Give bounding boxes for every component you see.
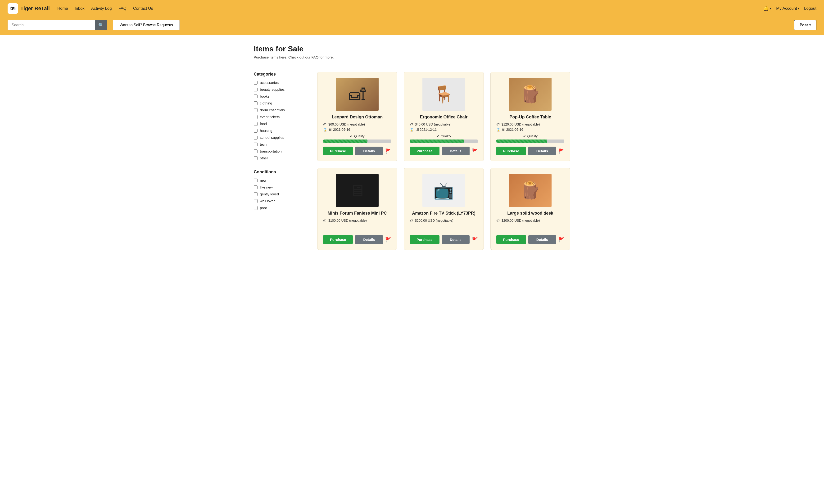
category-checkbox-clothing[interactable] — [254, 101, 258, 105]
product-name: Amazon Fire TV Stick (LY73PR) — [412, 211, 475, 216]
search-input[interactable] — [8, 20, 95, 30]
flag-icon[interactable]: 🚩 — [558, 237, 564, 243]
nav-faq[interactable]: FAQ — [118, 6, 126, 11]
product-card: 🪵 Large solid wood desk 🏷 $200.00 USD (n… — [490, 168, 570, 250]
logout-button[interactable]: Logout — [804, 6, 816, 11]
nav-links: Home Inbox Activity Log FAQ Contact Us — [57, 6, 153, 11]
notification-bell[interactable]: 🔔 ▾ — [763, 6, 771, 11]
details-button[interactable]: Details — [442, 147, 470, 155]
condition-label[interactable]: gently loved — [260, 192, 279, 196]
category-checkbox-food[interactable] — [254, 122, 258, 126]
price-value: $60.00 USD (negotiable) — [328, 122, 365, 126]
condition-label[interactable]: poor — [260, 206, 267, 210]
category-checkbox-beauty-supplies[interactable] — [254, 88, 258, 92]
flag-icon[interactable]: 🚩 — [385, 148, 391, 154]
nav-inbox[interactable]: Inbox — [75, 6, 85, 11]
flag-icon[interactable]: 🚩 — [558, 148, 564, 154]
purchase-button[interactable]: Purchase — [410, 147, 439, 155]
product-image: 🪑 — [422, 78, 465, 111]
category-label[interactable]: accessories — [260, 81, 279, 85]
category-label[interactable]: event tickets — [260, 115, 280, 119]
card-actions: Purchase Details 🚩 — [323, 235, 391, 244]
purchase-button[interactable]: Purchase — [323, 147, 353, 155]
product-card: 🪑 Ergonomic Office Chair 🏷 $40.00 USD (n… — [404, 72, 484, 161]
flag-icon[interactable]: 🚩 — [385, 237, 391, 243]
category-item: clothing — [254, 101, 306, 105]
condition-label[interactable]: new — [260, 178, 267, 182]
post-button[interactable]: Post ▾ — [794, 20, 816, 30]
nav-contact-us[interactable]: Contact Us — [133, 6, 153, 11]
details-button[interactable]: Details — [355, 235, 383, 244]
category-checkbox-event-tickets[interactable] — [254, 115, 258, 119]
flag-icon[interactable]: 🚩 — [472, 148, 478, 154]
category-checkbox-transportation[interactable] — [254, 149, 258, 153]
flag-icon[interactable]: 🚩 — [472, 237, 478, 243]
condition-label[interactable]: well loved — [260, 199, 276, 203]
category-item: school supplies — [254, 135, 306, 139]
condition-checkbox-well-loved[interactable] — [254, 199, 258, 203]
price-value: $200.00 USD (negotiable) — [502, 219, 540, 222]
till-row: ⌛ till 2021-12-11 — [410, 128, 478, 131]
category-label[interactable]: dorm essentials — [260, 108, 285, 112]
category-label[interactable]: food — [260, 122, 267, 126]
nav-activity-log[interactable]: Activity Log — [91, 6, 112, 11]
product-card: 🖥 Minis Forum Fanless Mini PC 🏷 $100.00 … — [317, 168, 397, 250]
category-checkbox-accessories[interactable] — [254, 81, 258, 85]
search-bar-section: 🔍 Want to Sell? Browse Requests Post ▾ — [0, 17, 824, 35]
category-checkbox-school-supplies[interactable] — [254, 136, 258, 139]
product-image: 🖥 — [336, 174, 379, 207]
details-button[interactable]: Details — [355, 147, 383, 155]
category-label[interactable]: tech — [260, 142, 267, 146]
purchase-button[interactable]: Purchase — [323, 235, 353, 244]
category-checkbox-other[interactable] — [254, 156, 258, 160]
category-checkbox-tech[interactable] — [254, 143, 258, 146]
purchase-button[interactable]: Purchase — [410, 235, 439, 244]
price-tag-icon: 🏷 — [323, 219, 326, 222]
till-value: till 2021-12-11 — [416, 128, 437, 131]
nav-home[interactable]: Home — [57, 6, 68, 11]
condition-label[interactable]: like new — [260, 185, 273, 189]
price-row: 🏷 $200.00 USD (negotiable) — [410, 219, 478, 222]
price-value: $200.00 USD (negotiable) — [415, 219, 453, 222]
purchase-button[interactable]: Purchase — [496, 147, 526, 155]
category-checkbox-books[interactable] — [254, 95, 258, 98]
search-button[interactable]: 🔍 — [95, 20, 107, 30]
details-button[interactable]: Details — [442, 235, 470, 244]
price-row: 🏷 $40.00 USD (negotiable) — [410, 122, 478, 126]
price-tag-icon: 🏷 — [496, 219, 500, 222]
details-button[interactable]: Details — [528, 235, 556, 244]
category-item: books — [254, 94, 306, 98]
brand-logo[interactable]: 🛍 Tiger ReTail — [8, 3, 50, 14]
product-grid: 🛋 Leopard Design Ottoman 🏷 $60.00 USD (n… — [317, 72, 570, 250]
condition-checkbox-gently-loved[interactable] — [254, 192, 258, 196]
category-item: housing — [254, 129, 306, 133]
condition-checkbox-like-new[interactable] — [254, 185, 258, 189]
category-label[interactable]: beauty supplies — [260, 87, 285, 92]
category-label[interactable]: clothing — [260, 101, 272, 105]
price-value: $100.00 USD (negotiable) — [328, 219, 367, 222]
card-actions: Purchase Details 🚩 — [496, 235, 564, 244]
condition-checkbox-poor[interactable] — [254, 206, 258, 210]
condition-checkbox-new[interactable] — [254, 178, 258, 182]
condition-item: new — [254, 178, 306, 182]
purchase-button[interactable]: Purchase — [496, 235, 526, 244]
category-label[interactable]: books — [260, 94, 270, 98]
my-account-button[interactable]: My Account ▾ — [776, 6, 799, 11]
quality-bar-bg — [410, 139, 478, 143]
price-row: 🏷 $200.00 USD (negotiable) — [496, 219, 564, 222]
product-card: 🛋 Leopard Design Ottoman 🏷 $60.00 USD (n… — [317, 72, 397, 161]
category-item: event tickets — [254, 115, 306, 119]
category-label[interactable]: school supplies — [260, 135, 284, 139]
browse-requests-button[interactable]: Want to Sell? Browse Requests — [113, 20, 180, 30]
category-label[interactable]: housing — [260, 129, 273, 133]
search-icon: 🔍 — [98, 22, 104, 28]
card-actions: Purchase Details 🚩 — [496, 147, 564, 155]
category-label[interactable]: other — [260, 156, 268, 160]
product-name: Large solid wood desk — [507, 211, 553, 216]
categories-list: accessories beauty supplies books clothi… — [254, 81, 306, 160]
timer-icon: ⌛ — [496, 128, 500, 131]
details-button[interactable]: Details — [528, 147, 556, 155]
category-checkbox-housing[interactable] — [254, 129, 258, 133]
category-checkbox-dorm-essentials[interactable] — [254, 108, 258, 112]
category-label[interactable]: transportation — [260, 149, 282, 153]
